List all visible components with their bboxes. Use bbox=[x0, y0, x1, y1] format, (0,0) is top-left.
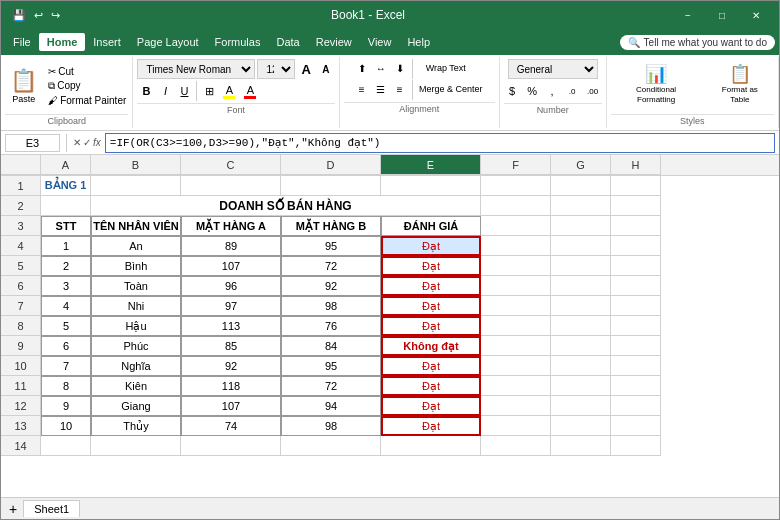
align-center-button[interactable]: ☰ bbox=[372, 80, 390, 98]
cell-d12[interactable]: 94 bbox=[281, 396, 381, 416]
conditional-formatting-button[interactable]: 📊 Conditional Formatting bbox=[611, 59, 702, 112]
cell-f2[interactable] bbox=[481, 196, 551, 216]
cell-b4[interactable]: An bbox=[91, 236, 181, 256]
cell-h3[interactable] bbox=[611, 216, 661, 236]
format-painter-button[interactable]: 🖌 Format Painter bbox=[45, 94, 129, 107]
cell-e10[interactable]: Đạt bbox=[381, 356, 481, 376]
cell-d1[interactable] bbox=[281, 176, 381, 196]
format-as-table-button[interactable]: 📋 Format as Table bbox=[706, 59, 774, 112]
wrap-text-button[interactable]: Wrap Text bbox=[416, 59, 476, 77]
cell-a4[interactable]: 1 bbox=[41, 236, 91, 256]
cell-g1[interactable] bbox=[551, 176, 611, 196]
cell-h1[interactable] bbox=[611, 176, 661, 196]
cell-a6[interactable]: 3 bbox=[41, 276, 91, 296]
increase-decimal-button[interactable]: .0 bbox=[563, 81, 581, 101]
cell-b8[interactable]: Hậu bbox=[91, 316, 181, 336]
cell-a2[interactable] bbox=[41, 196, 91, 216]
cell-f1[interactable] bbox=[481, 176, 551, 196]
insert-function-icon[interactable]: fx bbox=[93, 137, 101, 148]
col-header-d[interactable]: D bbox=[281, 155, 381, 175]
col-header-b[interactable]: B bbox=[91, 155, 181, 175]
menu-home[interactable]: Home bbox=[39, 33, 86, 51]
cell-b10[interactable]: Nghĩa bbox=[91, 356, 181, 376]
cell-g2[interactable] bbox=[551, 196, 611, 216]
menu-data[interactable]: Data bbox=[268, 33, 307, 51]
cell-a10[interactable]: 7 bbox=[41, 356, 91, 376]
percent-button[interactable]: % bbox=[523, 81, 541, 101]
cell-e12[interactable]: Đạt bbox=[381, 396, 481, 416]
col-header-e[interactable]: E bbox=[381, 155, 481, 175]
cell-merged-header[interactable]: DOANH SỐ BÁN HÀNG bbox=[91, 196, 481, 216]
decrease-decimal-button[interactable]: .00 bbox=[583, 81, 602, 101]
cell-e1[interactable] bbox=[381, 176, 481, 196]
comma-button[interactable]: , bbox=[543, 81, 561, 101]
menu-file[interactable]: File bbox=[5, 33, 39, 51]
cell-a5[interactable]: 2 bbox=[41, 256, 91, 276]
cell-e9[interactable]: Không đạt bbox=[381, 336, 481, 356]
cell-c8[interactable]: 113 bbox=[181, 316, 281, 336]
merge-center-button[interactable]: Merge & Center bbox=[416, 80, 486, 98]
col-header-c[interactable]: C bbox=[181, 155, 281, 175]
currency-button[interactable]: $ bbox=[503, 81, 521, 101]
cell-e6[interactable]: Đạt bbox=[381, 276, 481, 296]
cell-c5[interactable]: 107 bbox=[181, 256, 281, 276]
search-input[interactable]: Tell me what you want to do bbox=[644, 37, 767, 48]
confirm-formula-icon[interactable]: ✓ bbox=[83, 137, 91, 148]
cell-d5[interactable]: 72 bbox=[281, 256, 381, 276]
sheet-tab-1[interactable]: Sheet1 bbox=[23, 500, 80, 517]
menu-review[interactable]: Review bbox=[308, 33, 360, 51]
cell-d4[interactable]: 95 bbox=[281, 236, 381, 256]
cell-e11[interactable]: Đạt bbox=[381, 376, 481, 396]
bold-button[interactable]: B bbox=[137, 81, 155, 101]
cell-reference-input[interactable] bbox=[5, 134, 60, 152]
menu-help[interactable]: Help bbox=[399, 33, 438, 51]
cell-e7[interactable]: Đạt bbox=[381, 296, 481, 316]
cut-button[interactable]: ✂ Cut bbox=[45, 65, 129, 78]
cell-c12[interactable]: 107 bbox=[181, 396, 281, 416]
border-button[interactable]: ⊞ bbox=[200, 81, 218, 101]
minimize-button[interactable]: − bbox=[673, 5, 703, 25]
cell-a12[interactable]: 9 bbox=[41, 396, 91, 416]
cell-c6[interactable]: 96 bbox=[181, 276, 281, 296]
cell-c10[interactable]: 92 bbox=[181, 356, 281, 376]
align-middle-button[interactable]: ↔ bbox=[372, 59, 390, 77]
font-name-select[interactable]: Times New Roman bbox=[137, 59, 255, 79]
cell-e8[interactable]: Đạt bbox=[381, 316, 481, 336]
cell-a1[interactable]: BẢNG 1 bbox=[41, 176, 91, 196]
cell-e5[interactable]: Đạt bbox=[381, 256, 481, 276]
cell-e3[interactable]: ĐÁNH GIÁ bbox=[381, 216, 481, 236]
col-header-a[interactable]: A bbox=[41, 155, 91, 175]
cell-b13[interactable]: Thủy bbox=[91, 416, 181, 436]
cell-b1[interactable] bbox=[91, 176, 181, 196]
cell-b6[interactable]: Toàn bbox=[91, 276, 181, 296]
cell-e13[interactable]: Đạt bbox=[381, 416, 481, 436]
align-left-button[interactable]: ≡ bbox=[353, 80, 371, 98]
cell-d9[interactable]: 84 bbox=[281, 336, 381, 356]
cell-d10[interactable]: 95 bbox=[281, 356, 381, 376]
font-shrink-button[interactable]: A bbox=[317, 60, 335, 78]
undo-button[interactable]: ↩ bbox=[31, 7, 46, 24]
cell-b12[interactable]: Giang bbox=[91, 396, 181, 416]
cell-c7[interactable]: 97 bbox=[181, 296, 281, 316]
cancel-formula-icon[interactable]: ✕ bbox=[73, 137, 81, 148]
font-size-select[interactable]: 12 bbox=[257, 59, 295, 79]
cell-b5[interactable]: Bình bbox=[91, 256, 181, 276]
cell-c1[interactable] bbox=[181, 176, 281, 196]
add-sheet-button[interactable]: + bbox=[5, 501, 21, 517]
redo-button[interactable]: ↪ bbox=[48, 7, 63, 24]
fill-color-button[interactable]: A bbox=[219, 81, 239, 101]
col-header-g[interactable]: G bbox=[551, 155, 611, 175]
cell-d3[interactable]: MẶT HÀNG B bbox=[281, 216, 381, 236]
col-header-h[interactable]: H bbox=[611, 155, 661, 175]
cell-g3[interactable] bbox=[551, 216, 611, 236]
cell-h2[interactable] bbox=[611, 196, 661, 216]
menu-view[interactable]: View bbox=[360, 33, 400, 51]
cell-a13[interactable]: 10 bbox=[41, 416, 91, 436]
col-header-f[interactable]: F bbox=[481, 155, 551, 175]
italic-button[interactable]: I bbox=[156, 81, 174, 101]
menu-formulas[interactable]: Formulas bbox=[207, 33, 269, 51]
cell-b11[interactable]: Kiên bbox=[91, 376, 181, 396]
cell-a8[interactable]: 5 bbox=[41, 316, 91, 336]
menu-page-layout[interactable]: Page Layout bbox=[129, 33, 207, 51]
font-color-button[interactable]: A bbox=[240, 81, 260, 101]
